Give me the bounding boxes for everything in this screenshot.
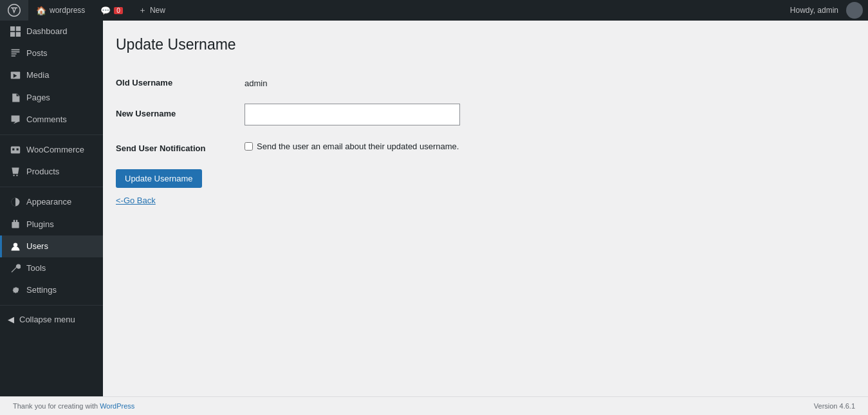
- home-icon: 🏠: [36, 6, 46, 15]
- sidebar-item-comments[interactable]: Comments: [0, 109, 103, 131]
- plus-icon: ＋: [138, 5, 147, 16]
- send-notification-row: Send User Notification Send the user an …: [116, 132, 566, 163]
- admin-bar-right: Howdy, admin: [782, 2, 868, 19]
- plugins-icon: [10, 219, 21, 230]
- sidebar-item-woocommerce[interactable]: WooCommerce: [0, 139, 103, 161]
- sidebar-dashboard-label: Dashboard: [26, 26, 68, 37]
- svg-point-12: [14, 243, 17, 246]
- dashboard-icon: [10, 26, 21, 37]
- sidebar-divider-2: [0, 187, 103, 187]
- pages-icon: [10, 92, 21, 104]
- posts-icon: [10, 48, 21, 59]
- sidebar: Dashboard Posts Media Pages Comments: [0, 21, 103, 396]
- new-item[interactable]: ＋ New: [131, 0, 173, 21]
- go-back-link[interactable]: <-Go Back: [116, 196, 156, 205]
- svg-rect-10: [16, 219, 17, 221]
- main-layout: Dashboard Posts Media Pages Comments: [0, 21, 868, 396]
- sidebar-posts-label: Posts: [26, 48, 48, 59]
- sidebar-users-label: Users: [26, 241, 48, 252]
- sidebar-settings-label: Settings: [26, 284, 57, 296]
- svg-rect-2: [10, 32, 15, 37]
- sidebar-media-label: Media: [26, 69, 49, 81]
- footer-thank-you-text: Thank you for creating with: [13, 402, 100, 410]
- svg-rect-3: [16, 32, 21, 37]
- svg-rect-0: [10, 26, 15, 31]
- sidebar-comments-label: Comments: [26, 114, 67, 125]
- sidebar-pages-label: Pages: [26, 92, 50, 104]
- send-notification-label: Send User Notification: [116, 132, 245, 163]
- sidebar-plugins-label: Plugins: [26, 219, 54, 230]
- comment-bubble-icon: 💬: [100, 6, 111, 15]
- sidebar-divider-1: [0, 134, 103, 135]
- wp-logo-item[interactable]: [0, 0, 28, 21]
- admin-bar: 🏠 wordpress 💬 0 ＋ New Howdy, admin: [0, 0, 868, 21]
- howdy-label[interactable]: Howdy, admin: [782, 6, 846, 15]
- sidebar-woocommerce-label: WooCommerce: [26, 144, 84, 156]
- svg-rect-11: [12, 222, 19, 228]
- svg-point-6: [13, 175, 14, 176]
- media-icon: [10, 69, 21, 81]
- old-username-value: admin: [245, 75, 267, 88]
- new-label: New: [150, 6, 165, 15]
- content-area: Update Username Old Username admin New U…: [103, 21, 868, 396]
- sidebar-divider-3: [0, 305, 103, 306]
- wp-logo-icon: [8, 4, 21, 17]
- sidebar-tools-label: Tools: [26, 263, 46, 274]
- notification-checkbox[interactable]: [245, 142, 253, 151]
- notification-checkbox-label[interactable]: Send the user an email about their updat…: [245, 141, 566, 152]
- site-name-item[interactable]: 🏠 wordpress: [28, 0, 93, 21]
- site-name-label: wordpress: [50, 6, 85, 15]
- sidebar-appearance-label: Appearance: [26, 196, 71, 208]
- footer-thank-you: Thank you for creating with WordPress: [13, 402, 134, 410]
- footer-wordpress-link[interactable]: WordPress: [100, 402, 134, 410]
- sidebar-item-tools[interactable]: Tools: [0, 257, 103, 279]
- woocommerce-icon: [10, 144, 21, 156]
- footer-version: Version 4.6.1: [814, 402, 855, 410]
- old-username-row: Old Username admin: [116, 66, 566, 97]
- svg-point-7: [16, 175, 17, 176]
- svg-rect-1: [16, 26, 21, 31]
- form-actions: Update Username: [116, 163, 855, 188]
- new-username-label: New Username: [116, 97, 245, 132]
- footer: Thank you for creating with WordPress Ve…: [0, 396, 868, 415]
- old-username-label: Old Username: [116, 66, 245, 97]
- sidebar-item-dashboard[interactable]: Dashboard: [0, 21, 103, 42]
- sidebar-item-pages[interactable]: Pages: [0, 87, 103, 109]
- notification-checkbox-text: Send the user an email about their updat…: [257, 141, 459, 152]
- collapse-menu-item[interactable]: ◀ Collapse menu: [0, 309, 103, 329]
- products-icon: [10, 166, 21, 178]
- sidebar-item-settings[interactable]: Settings: [0, 279, 103, 301]
- svg-rect-5: [11, 146, 20, 153]
- tools-icon: [10, 263, 21, 274]
- sidebar-item-products[interactable]: Products: [0, 161, 103, 183]
- avatar[interactable]: [846, 2, 863, 19]
- sidebar-products-label: Products: [26, 166, 59, 178]
- collapse-label: Collapse menu: [19, 315, 75, 324]
- page-title: Update Username: [116, 36, 855, 53]
- new-username-input[interactable]: [245, 104, 460, 125]
- comments-item[interactable]: 💬 0: [93, 0, 131, 21]
- settings-icon: [10, 284, 21, 296]
- sidebar-item-appearance[interactable]: Appearance: [0, 191, 103, 213]
- users-icon: [10, 241, 21, 252]
- svg-rect-9: [14, 219, 15, 221]
- new-username-row: New Username: [116, 97, 566, 132]
- sidebar-item-plugins[interactable]: Plugins: [0, 214, 103, 235]
- appearance-icon: [10, 196, 21, 208]
- comment-count-badge: 0: [114, 7, 123, 14]
- update-username-button[interactable]: Update Username: [116, 169, 202, 188]
- admin-bar-items: 🏠 wordpress 💬 0 ＋ New: [0, 0, 782, 21]
- comments-icon: [10, 114, 21, 125]
- sidebar-item-posts[interactable]: Posts: [0, 42, 103, 64]
- go-back-container: <-Go Back: [116, 188, 855, 205]
- update-username-form: Old Username admin New Username Send Use…: [116, 66, 566, 163]
- sidebar-item-users[interactable]: Users: [0, 235, 103, 257]
- collapse-icon: ◀: [8, 315, 14, 324]
- sidebar-item-media[interactable]: Media: [0, 64, 103, 86]
